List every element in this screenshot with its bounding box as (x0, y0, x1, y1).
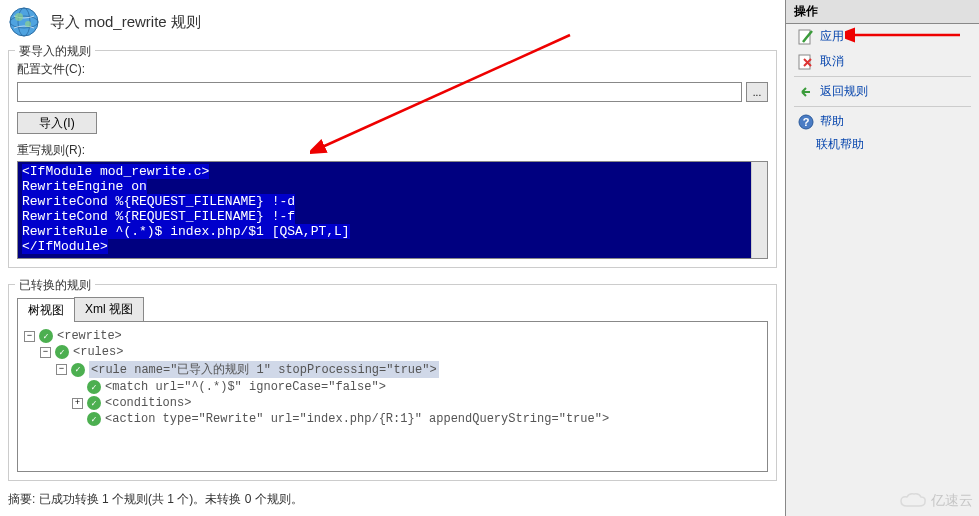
tree-node-rule[interactable]: − ✓ <rule name="已导入的规则 1" stopProcessing… (24, 360, 761, 379)
collapse-icon[interactable]: − (24, 331, 35, 342)
online-help-action[interactable]: 联机帮助 (786, 134, 979, 155)
apply-icon (798, 29, 814, 45)
cancel-icon (798, 54, 814, 70)
import-legend: 要导入的规则 (15, 43, 95, 60)
import-button[interactable]: 导入(I) (17, 112, 97, 134)
import-rules-section: 要导入的规则 配置文件(C): ... 导入(I) 重写规则(R): <IfMo… (8, 50, 777, 268)
config-file-input[interactable] (17, 82, 742, 102)
expand-icon[interactable]: + (72, 398, 83, 409)
converted-legend: 已转换的规则 (15, 277, 95, 294)
collapse-icon[interactable]: − (56, 364, 67, 375)
tree-node-action[interactable]: ✓ <action type="Rewrite" url="index.php/… (24, 411, 761, 427)
back-arrow-icon (798, 84, 814, 100)
tree-node-conditions[interactable]: + ✓ <conditions> (24, 395, 761, 411)
rewrite-rules-label: 重写规则(R): (17, 143, 85, 157)
summary-text: 摘要: 已成功转换 1 个规则(共 1 个)。未转换 0 个规则。 (8, 487, 777, 512)
watermark: 亿速云 (899, 492, 973, 510)
cancel-action[interactable]: 取消 (786, 49, 979, 74)
check-icon: ✓ (71, 363, 85, 377)
svg-point-4 (25, 21, 31, 27)
tree-node-match[interactable]: ✓ <match url="^(.*)$" ignoreCase="false"… (24, 379, 761, 395)
apply-action[interactable]: 应用 (786, 24, 979, 49)
scrollbar[interactable] (751, 162, 767, 258)
svg-text:?: ? (803, 116, 810, 128)
browse-button[interactable]: ... (746, 82, 768, 102)
rewrite-rules-textarea[interactable]: <IfModule mod_rewrite.c> RewriteEngine o… (17, 161, 768, 259)
tree-node-rules[interactable]: − ✓ <rules> (24, 344, 761, 360)
actions-header: 操作 (786, 0, 979, 24)
help-action[interactable]: ? 帮助 (786, 109, 979, 134)
help-icon: ? (798, 114, 814, 130)
check-icon: ✓ (87, 412, 101, 426)
config-file-label: 配置文件(C): (17, 61, 768, 78)
tab-xml-view[interactable]: Xml 视图 (74, 297, 144, 321)
svg-point-0 (10, 8, 38, 36)
page-title: 导入 mod_rewrite 规则 (50, 13, 201, 32)
check-icon: ✓ (87, 396, 101, 410)
check-icon: ✓ (55, 345, 69, 359)
tab-tree-view[interactable]: 树视图 (17, 298, 75, 322)
tree-view-pane: − ✓ <rewrite> − ✓ <rules> − ✓ <rule name… (17, 322, 768, 472)
tree-node-rewrite[interactable]: − ✓ <rewrite> (24, 328, 761, 344)
check-icon: ✓ (87, 380, 101, 394)
globe-icon (8, 6, 40, 38)
actions-panel: 操作 应用 取消 返回规则 ? 帮助 联机帮助 (785, 0, 979, 516)
converted-rules-section: 已转换的规则 树视图 Xml 视图 − ✓ <rewrite> − ✓ <rul… (8, 284, 777, 481)
svg-point-3 (15, 13, 23, 21)
back-to-rules-action[interactable]: 返回规则 (786, 79, 979, 104)
collapse-icon[interactable]: − (40, 347, 51, 358)
check-icon: ✓ (39, 329, 53, 343)
